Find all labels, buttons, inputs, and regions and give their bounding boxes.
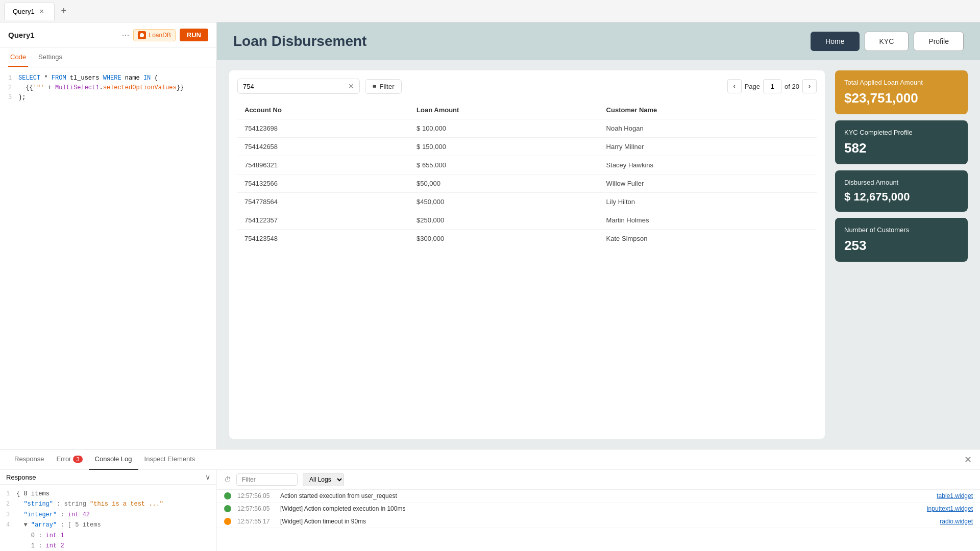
col-loan-amount: Loan Amount [409,101,599,119]
tab-error[interactable]: Error 3 [51,449,89,470]
table-row: 754132566 $50,000 Willow Fuller [237,174,817,193]
nav-profile-button[interactable]: Profile [914,32,964,51]
bottom-close-button[interactable]: ✕ [964,454,972,465]
stat-disbursed: Disbursed Amount $ 12,675,000 [835,170,968,212]
bottom-content: Response ∨ 1{ 8 items 2 "string" : strin… [0,470,980,551]
tab-settings[interactable]: Settings [36,48,64,67]
col-account-no: Account No [237,101,409,119]
page-input[interactable] [763,79,781,93]
nav-home-button[interactable]: Home [811,32,859,51]
cell-loan: $ 100,000 [409,119,599,138]
bottom-tabs-bar: Response Error 3 Console Log Inspect Ele… [0,449,980,470]
console-filter-input[interactable] [236,473,298,486]
loan-table: Account No Loan Amount Customer Name 754… [237,101,817,247]
console-panel: ⏱ All Logs 12:57:56.05 Action started ex… [217,470,980,551]
cell-loan: $50,000 [409,174,599,193]
cell-loan: $300,000 [409,230,599,248]
bottom-panel: Response Error 3 Console Log Inspect Ele… [0,449,980,551]
cell-account: 754778564 [237,193,409,211]
entry-widget-link[interactable]: table1.widget [937,492,973,499]
table-row: 754896321 $ 655,000 Stacey Hawkins [237,156,817,174]
cell-account: 754122357 [237,211,409,230]
tab-console-log[interactable]: Console Log [89,449,138,470]
entry-widget-link[interactable]: radio.widget [940,518,973,525]
console-entry: 12:57:55.17 [Widget] Action timeout in 9… [217,515,980,528]
cell-name: Lily Hilton [599,193,817,211]
console-entries: 12:57:56.05 Action started execution fro… [217,490,980,551]
stat-kyc-value: 582 [844,140,959,156]
pagination: ‹ Page of 20 › [727,79,817,93]
log-level-select[interactable]: All Logs [303,473,344,486]
cell-name: Stacey Hawkins [599,156,817,174]
cell-account: 754896321 [237,156,409,174]
search-clear-icon[interactable]: ✕ [348,82,354,90]
response-header: Response ∨ [0,470,216,485]
main-area: Query1 ··· LoanDB RUN Code Settings [0,22,980,449]
response-panel: Response ∨ 1{ 8 items 2 "string" : strin… [0,470,217,551]
search-input[interactable] [243,83,348,90]
entry-message: Action started execution from user_reque… [280,492,930,499]
query-header: Query1 ··· LoanDB RUN [0,22,216,48]
cell-loan: $450,000 [409,193,599,211]
run-button[interactable]: RUN [180,29,208,41]
table-row: 754123698 $ 100,000 Noah Hogan [237,119,817,138]
entry-message: [Widget] Action timeout in 90ms [280,518,934,525]
tab-inspect[interactable]: Inspect Elements [138,449,202,470]
entry-status-icon [224,518,231,525]
stat-customers: Number of Customers 253 [835,218,968,262]
code-editor[interactable]: 1 SELECT * FROM tl_users WHERE name IN (… [0,67,216,449]
nav-kyc-button[interactable]: KYC [865,32,909,51]
nav-buttons: Home KYC Profile [811,32,964,51]
col-customer-name: Customer Name [599,101,817,119]
cell-loan: $250,000 [409,211,599,230]
cell-account: 754123698 [237,119,409,138]
db-badge: LoanDB [133,29,175,41]
response-chevron[interactable]: ∨ [205,473,210,481]
cell-loan: $ 655,000 [409,156,599,174]
app-content: ✕ ≡ Filter ‹ Page of 20 › [217,60,980,449]
stat-disbursed-label: Disbursed Amount [844,179,959,186]
table-row: 754142658 $ 150,000 Harry Millner [237,138,817,156]
tab-close-icon[interactable]: ✕ [38,7,46,15]
stat-kyc-label: KYC Completed Profile [844,129,959,136]
left-panel: Query1 ··· LoanDB RUN Code Settings [0,22,217,449]
tab-query1[interactable]: Query1 ✕ [4,2,55,20]
table-container: ✕ ≡ Filter ‹ Page of 20 › [229,70,825,439]
tab-bar: Query1 ✕ + [0,0,980,22]
table-row: 754123548 $300,000 Kate Simpson [237,230,817,248]
error-badge: 3 [73,456,82,463]
cell-name: Kate Simpson [599,230,817,248]
next-page-button[interactable]: › [802,79,817,93]
entry-status-icon [224,492,231,499]
cell-name: Noah Hogan [599,119,817,138]
cell-account: 754123548 [237,230,409,248]
table-toolbar: ✕ ≡ Filter ‹ Page of 20 › [237,79,817,94]
cell-account: 754142658 [237,138,409,156]
stat-total-loan-label: Total Applied Loan Amount [844,79,959,86]
stat-customers-label: Number of Customers [844,226,959,234]
svg-point-0 [140,33,144,37]
more-options-button[interactable]: ··· [121,30,129,40]
tab-response[interactable]: Response [8,449,51,470]
right-panel: Loan Disbursement Home KYC Profile ✕ ≡ [217,22,980,449]
entry-widget-link[interactable]: inputtext1.widget [927,505,973,512]
query-title: Query1 [8,31,35,39]
filter-icon: ≡ [373,83,377,90]
tab-add-button[interactable]: + [57,4,71,18]
cell-loan: $ 150,000 [409,138,599,156]
stat-total-loan-value: $23,751,000 [844,90,959,106]
table-row: 754122357 $250,000 Martin Holmes [237,211,817,230]
entry-status-icon [224,505,231,512]
entry-time: 12:57:56.05 [237,505,274,512]
console-entry: 12:57:56.05 Action started execution fro… [217,490,980,503]
entry-time: 12:57:55.17 [237,518,274,525]
prev-page-button[interactable]: ‹ [727,79,742,93]
history-icon[interactable]: ⏱ [224,475,231,484]
app-title: Loan Disbursement [233,33,366,49]
tab-code[interactable]: Code [8,48,28,67]
stat-total-loan: Total Applied Loan Amount $23,751,000 [835,70,968,114]
entry-message: [Widget] Action completed execution in 1… [280,505,921,512]
app-header: Loan Disbursement Home KYC Profile [217,22,980,60]
query-actions: ··· LoanDB RUN [121,29,208,41]
filter-button[interactable]: ≡ Filter [365,79,402,94]
